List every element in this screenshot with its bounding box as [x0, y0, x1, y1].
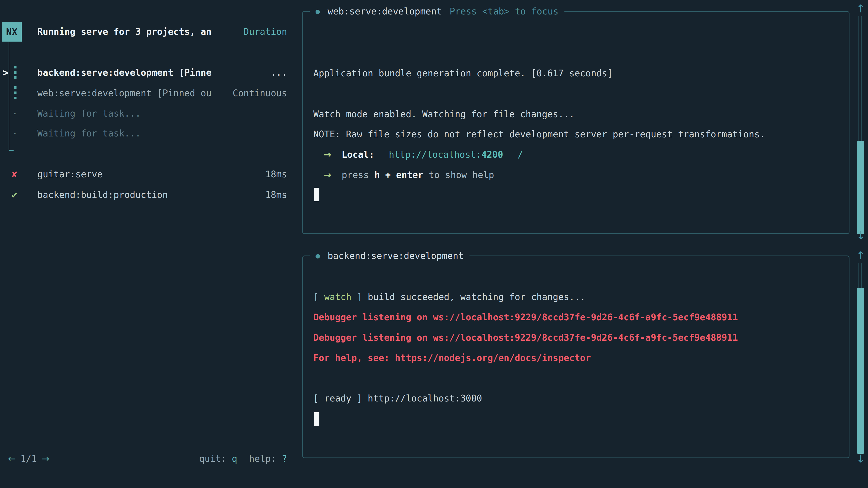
debugger-listening-text[interactable]: Debugger listening on ws://localhost:922… — [313, 312, 738, 322]
watch-mode-text: Watch mode enabled. Watching for file ch… — [313, 109, 575, 119]
task-row-waiting-1[interactable]: Waiting for task... — [37, 103, 287, 124]
task-label: backend:serve:development [Pinne — [37, 67, 212, 78]
duration-column-header: Duration — [243, 26, 287, 37]
panel-title-bar: ● backend:serve:development — [310, 249, 469, 263]
task-duration: 18ms — [266, 190, 287, 200]
task-label: Waiting for task... — [37, 108, 141, 119]
help-label: help: — [249, 453, 276, 464]
task-failed-icon: ✘ — [9, 164, 20, 184]
task-list-header: Running serve for 3 projects, an Duratio… — [37, 22, 287, 42]
task-waiting-dot-icon: · — [9, 103, 20, 124]
panel-title-bar: ● web:serve:development Press <tab> to f… — [310, 4, 564, 18]
task-status: Continuous — [232, 88, 287, 98]
task-label: Waiting for task... — [37, 128, 141, 138]
terminal-line-debugger: Debugger listening on ws://localhost:922… — [313, 327, 738, 348]
terminal-cursor — [314, 188, 319, 201]
help-hint-key: h + enter — [374, 170, 423, 180]
web-serve-output-panel[interactable]: ● web:serve:development Press <tab> to f… — [302, 11, 849, 234]
ready-url-text[interactable]: [ ready ] http://localhost:3000 — [313, 393, 482, 403]
terminal-line: NOTE: Raw file sizes do not reflect deve… — [313, 124, 765, 144]
backend-serve-output-panel[interactable]: ● backend:serve:development [ watch ] bu… — [302, 256, 849, 458]
panel-title-dot-icon: ● — [315, 252, 320, 260]
task-status: ... — [271, 67, 287, 78]
task-success-icon: ✔ — [9, 185, 20, 205]
task-running-spinner-icon — [14, 86, 17, 99]
scrollbar-thumb[interactable] — [857, 288, 864, 454]
task-running-spinner-icon — [14, 66, 17, 79]
task-row-web-serve[interactable]: web:serve:development [Pinned ou Continu… — [37, 83, 287, 103]
task-list-title: Running serve for 3 projects, an — [37, 26, 212, 37]
help-hint-post: to show help — [423, 170, 494, 180]
local-label: Local: — [342, 149, 375, 160]
nx-logo: NX — [2, 22, 22, 41]
debugger-listening-text[interactable]: Debugger listening on ws://localhost:922… — [313, 332, 738, 343]
terminal-line-local-url: → Local: http://localhost:4200/ — [313, 144, 523, 165]
terminal-line-debugger: Debugger listening on ws://localhost:922… — [313, 307, 738, 327]
task-label: guitar:serve — [37, 169, 103, 180]
watch-tag: watch — [324, 292, 351, 302]
scrollbar-track[interactable] — [859, 263, 862, 288]
scrollbar-thumb[interactable] — [857, 141, 864, 234]
pager-next-icon[interactable]: → — [42, 453, 50, 464]
quit-label: quit: — [199, 453, 226, 464]
local-url-link[interactable]: http://localhost: — [389, 149, 481, 160]
keyboard-shortcuts: quit: q help: ? — [199, 453, 287, 464]
inspector-help-text[interactable]: For help, see: https://nodejs.org/en/doc… — [313, 353, 591, 363]
task-row-backend-build[interactable]: backend:build:production 18ms — [37, 185, 287, 205]
terminal-line-help-hint: → press h + enter to show help — [313, 165, 494, 185]
panel-title: backend:serve:development — [328, 251, 464, 261]
selection-caret-icon: > — [0, 62, 11, 83]
panel-focus-hint: Press <tab> to focus — [450, 6, 559, 17]
panel-title: web:serve:development — [328, 6, 442, 17]
scroll-down-icon[interactable]: ↓ — [854, 229, 868, 242]
local-url-slash[interactable]: / — [518, 149, 523, 160]
terminal-line: Watch mode enabled. Watching for file ch… — [313, 104, 575, 124]
task-row-backend-serve[interactable]: backend:serve:development [Pinne ... — [37, 62, 287, 83]
local-port[interactable]: 4200 — [481, 149, 503, 160]
task-duration: 18ms — [266, 169, 287, 180]
scrollbar-track[interactable] — [859, 16, 862, 141]
bracket: ] — [351, 292, 368, 302]
help-key: ? — [282, 453, 287, 464]
bracket: [ — [313, 292, 324, 302]
panel-title-dot-icon: ● — [315, 7, 320, 15]
task-label: backend:build:production — [37, 190, 168, 200]
scroll-down-icon[interactable]: ↓ — [854, 452, 868, 465]
scroll-up-icon[interactable]: ↑ — [854, 2, 868, 15]
help-hint-pre: press — [342, 170, 375, 180]
pager-position: 1/1 — [21, 453, 37, 464]
task-label: web:serve:development [Pinned ou — [37, 88, 212, 98]
task-row-waiting-2[interactable]: Waiting for task... — [37, 123, 287, 143]
arrow-icon: → — [324, 170, 331, 180]
note-text: NOTE: Raw file sizes do not reflect deve… — [313, 129, 765, 139]
terminal-line-inspector-help: For help, see: https://nodejs.org/en/doc… — [313, 348, 591, 368]
task-row-guitar-serve[interactable]: guitar:serve 18ms — [37, 164, 287, 184]
bundle-complete-text: Application bundle generation complete. … — [313, 68, 613, 78]
quit-key: q — [232, 453, 237, 464]
arrow-icon: → — [324, 149, 331, 160]
scroll-up-icon[interactable]: ↑ — [854, 249, 868, 262]
bottom-bar: ← 1/1 → quit: q help: ? — [8, 449, 287, 469]
watch-status-text: build succeeded, watching for changes... — [368, 292, 585, 302]
terminal-line-ready: [ ready ] http://localhost:3000 — [313, 388, 482, 409]
terminal-cursor — [314, 412, 319, 426]
terminal-line-watch-status: [ watch ] build succeeded, watching for … — [313, 287, 585, 307]
terminal-line: Application bundle generation complete. … — [313, 63, 613, 84]
task-waiting-dot-icon: · — [9, 123, 20, 143]
pager-prev-icon[interactable]: ← — [8, 453, 16, 464]
nx-terminal-ui: NX Running serve for 3 projects, an Dura… — [0, 0, 868, 488]
